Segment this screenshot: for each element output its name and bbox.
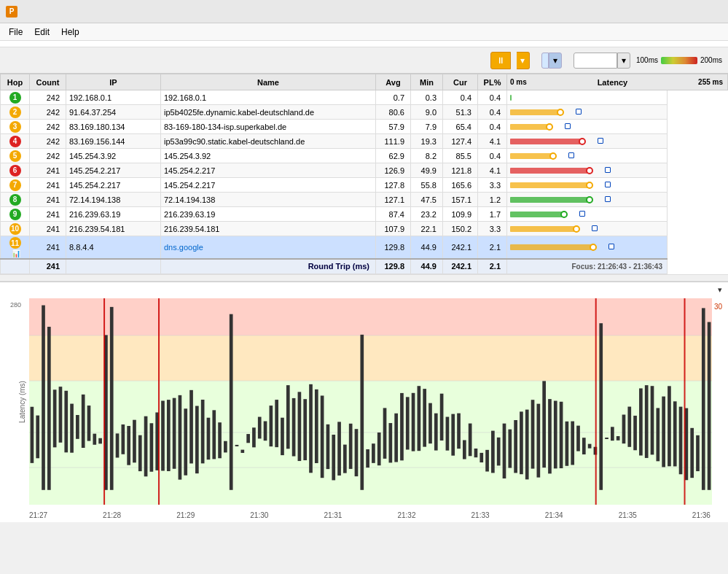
th-count: Count xyxy=(30,74,66,90)
pause-dropdown[interactable]: ▾ xyxy=(517,52,530,69)
hop-count: 241 xyxy=(30,236,66,260)
menu-edit[interactable]: Edit xyxy=(28,26,55,39)
svg-rect-113 xyxy=(633,415,637,449)
table-row[interactable]: 6 241 145.254.2.217 145.254.2.217 126.9 … xyxy=(1,163,728,178)
hop-name: ip5b4025fe.dynamic.kabel-deutschland.de xyxy=(161,105,376,120)
svg-rect-36 xyxy=(195,406,199,473)
hop-latency-graph xyxy=(507,105,668,120)
hop-number: 9 xyxy=(1,207,30,222)
graph-dropdown-icon[interactable]: ▾ xyxy=(718,285,722,294)
hop-latency-graph xyxy=(507,193,668,207)
svg-rect-66 xyxy=(366,449,369,468)
hop-min: 49.9 xyxy=(411,163,443,178)
svg-rect-35 xyxy=(189,389,193,463)
hop-min: 22.1 xyxy=(411,222,443,236)
hop-number: 8 xyxy=(1,193,30,207)
hop-count: 241 xyxy=(30,222,66,236)
svg-rect-110 xyxy=(617,435,620,440)
x-axis-label: 21:28 xyxy=(103,511,121,519)
svg-rect-80 xyxy=(446,416,450,450)
svg-rect-83 xyxy=(463,440,466,459)
svg-rect-64 xyxy=(355,429,359,476)
hop-table: Hop Count IP Name Avg Min Cur PL% 0 ms 2… xyxy=(0,74,728,274)
svg-rect-15 xyxy=(76,414,79,438)
hop-pl: 0.4 xyxy=(478,120,507,134)
hop-count: 241 xyxy=(30,193,66,207)
table-row[interactable]: 9 241 216.239.63.19 216.239.63.19 87.4 2… xyxy=(1,207,728,222)
svg-rect-47 xyxy=(258,416,262,438)
x-axis-label: 21:32 xyxy=(397,511,415,519)
close-button[interactable] xyxy=(689,0,722,23)
svg-rect-73 xyxy=(406,397,410,449)
hop-cur: 85.5 xyxy=(443,149,478,163)
minimize-button[interactable] xyxy=(622,0,655,23)
table-row[interactable]: 8 241 72.14.194.138 72.14.194.138 127.1 … xyxy=(1,193,728,207)
hop-pl: 2.1 xyxy=(478,236,507,260)
svg-rect-58 xyxy=(321,395,324,478)
svg-rect-49 xyxy=(270,406,273,446)
legend-200ms: 200ms xyxy=(700,56,722,64)
table-row[interactable]: 11 📊 241 8.8.4.4 dns.google 129.8 44.9 2… xyxy=(1,236,728,260)
hop-name: dns.google xyxy=(161,236,376,260)
focus-dropdown[interactable]: ▾ xyxy=(617,53,630,69)
x-axis-label: 21:30 xyxy=(250,511,268,519)
th-name: Name xyxy=(161,74,376,90)
svg-rect-22 xyxy=(116,433,120,457)
svg-rect-0 xyxy=(29,298,712,336)
latency-chart[interactable] xyxy=(29,298,712,505)
hop-avg: 107.9 xyxy=(376,222,411,236)
y-280: 280 xyxy=(10,301,21,309)
summary-ip xyxy=(66,259,161,274)
summary-min: 44.9 xyxy=(411,259,443,274)
svg-rect-124 xyxy=(696,435,700,470)
hop-ip: 192.168.0.1 xyxy=(66,90,161,105)
table-row[interactable]: 3 242 83.169.180.134 83-169-180-134-isp.… xyxy=(1,120,728,134)
svg-rect-71 xyxy=(394,413,398,462)
hop-min: 47.5 xyxy=(411,193,443,207)
table-row[interactable]: 4 242 83.169.156.144 ip53a99c90.static.k… xyxy=(1,134,728,149)
hop-count: 242 xyxy=(30,149,66,163)
pause-button[interactable]: ⏸ xyxy=(490,52,511,69)
table-row[interactable]: 5 242 145.254.3.92 145.254.3.92 62.9 8.2… xyxy=(1,149,728,163)
hop-number: 3 xyxy=(1,120,30,134)
hop-count: 242 xyxy=(30,120,66,134)
summary-avg: 129.8 xyxy=(376,259,411,274)
hop-avg: 127.8 xyxy=(376,178,411,193)
svg-rect-63 xyxy=(349,423,353,468)
menu-help[interactable]: Help xyxy=(55,26,85,39)
svg-rect-84 xyxy=(469,423,472,456)
table-header-row: Hop Count IP Name Avg Min Cur PL% 0 ms 2… xyxy=(1,74,728,90)
maximize-button[interactable] xyxy=(655,0,689,23)
menubar: File Edit Help xyxy=(0,23,728,41)
table-row[interactable]: 7 241 145.254.2.217 145.254.2.217 127.8 … xyxy=(1,178,728,193)
interval-dropdown[interactable]: ▾ xyxy=(549,53,562,69)
svg-rect-101 xyxy=(565,421,569,465)
hop-pl: 1.7 xyxy=(478,207,507,222)
svg-rect-117 xyxy=(656,408,659,461)
table-row[interactable]: 2 242 91.64.37.254 ip5b4025fe.dynamic.ka… xyxy=(1,105,728,120)
svg-rect-8 xyxy=(36,415,39,458)
hop-pl: 0.4 xyxy=(478,105,507,120)
table-row[interactable]: 1 242 192.168.0.1 192.168.0.1 0.7 0.3 0.… xyxy=(1,90,728,105)
svg-rect-108 xyxy=(605,437,608,438)
svg-rect-123 xyxy=(690,427,694,477)
y-axis-label: Latency (ms) xyxy=(18,381,26,423)
hop-latency-graph xyxy=(507,90,668,105)
hop-count: 241 xyxy=(30,163,66,178)
svg-rect-12 xyxy=(59,387,63,443)
hop-cur: 242.1 xyxy=(443,236,478,260)
hop-avg: 87.4 xyxy=(376,207,411,222)
interval-select[interactable] xyxy=(541,53,549,69)
focus-select[interactable] xyxy=(574,53,617,69)
hop-ip: 83.169.156.144 xyxy=(66,134,161,149)
menu-file[interactable]: File xyxy=(3,26,28,39)
separator xyxy=(0,274,728,282)
svg-rect-112 xyxy=(627,406,631,446)
svg-rect-82 xyxy=(457,413,461,449)
svg-rect-26 xyxy=(138,435,142,470)
app-icon: P xyxy=(6,6,17,18)
hop-cur: 51.3 xyxy=(443,105,478,120)
table-row[interactable]: 10 241 216.239.54.181 216.239.54.181 107… xyxy=(1,222,728,236)
graph-title-right: ▾ xyxy=(715,285,722,295)
hop-name: 145.254.3.92 xyxy=(161,149,376,163)
